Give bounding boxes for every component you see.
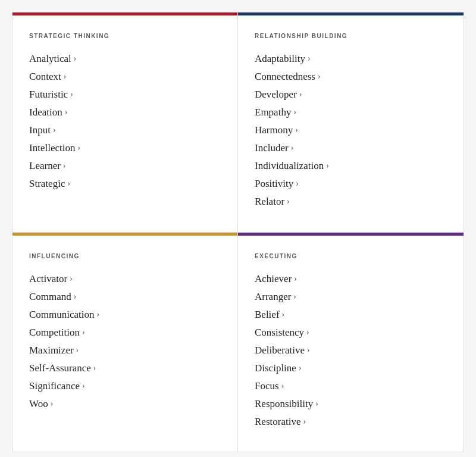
chevron-icon: › [70,274,73,284]
item-label: Belief [255,309,280,321]
list-item[interactable]: Command› [29,288,221,306]
chevron-icon: › [303,417,306,427]
list-item[interactable]: Competition› [29,324,221,342]
list-item[interactable]: Input› [29,121,221,139]
chevron-icon: › [82,381,85,391]
item-label: Woo [29,398,48,410]
chevron-icon: › [51,399,54,409]
category-label-influencing: Influencing [29,253,221,259]
chevron-icon: › [318,72,321,82]
item-list-strategic: Analytical›Context›Futuristic›Ideation›I… [29,50,221,193]
chevron-icon: › [296,179,299,189]
item-label: Strategic [29,178,65,190]
list-item[interactable]: Harmony› [255,121,447,139]
chevron-icon: › [70,90,73,99]
item-label: Context [29,71,61,83]
item-label: Positivity [255,178,293,190]
chevron-icon: › [281,381,284,391]
list-item[interactable]: Empathy› [255,104,447,121]
list-item[interactable]: Restorative› [255,413,447,431]
quadrant-influencing: InfluencingActivator›Command›Communicati… [12,233,238,452]
item-label: Arranger [255,291,291,303]
item-label: Developer [255,89,297,101]
list-item[interactable]: Relator› [255,193,447,211]
list-item[interactable]: Significance› [29,377,221,395]
chevron-icon: › [287,197,290,206]
chevron-icon: › [293,292,296,302]
item-label: Includer [255,142,289,154]
list-item[interactable]: Ideation› [29,104,221,121]
chevron-icon: › [82,328,85,337]
list-item[interactable]: Context› [29,68,221,86]
list-item[interactable]: Self-Assurance› [29,359,221,377]
chevron-icon: › [76,346,79,355]
chevron-icon: › [307,346,310,355]
chevron-icon: › [291,143,294,153]
item-label: Maximizer [29,345,74,356]
list-item[interactable]: Maximizer› [29,342,221,359]
list-item[interactable]: Futuristic› [29,86,221,104]
list-item[interactable]: Analytical› [29,50,221,68]
chevron-icon: › [53,126,56,135]
quadrant-strategic: Strategic ThinkingAnalytical›Context›Fut… [12,12,238,233]
category-label-executing: Executing [255,253,447,259]
list-item[interactable]: Arranger› [255,288,447,306]
chevron-icon: › [295,126,298,135]
list-item[interactable]: Connectedness› [255,68,447,86]
item-label: Communication [29,309,95,321]
chevron-icon: › [294,274,297,284]
list-item[interactable]: Discipline› [255,359,447,377]
chevron-icon: › [306,328,309,337]
chevron-icon: › [282,310,285,320]
chevron-icon: › [67,179,70,189]
item-label: Focus [255,380,279,392]
chevron-icon: › [97,310,100,320]
chevron-icon: › [77,143,80,153]
list-item[interactable]: Consistency› [255,324,447,342]
chevron-icon: › [308,54,311,64]
list-item[interactable]: Focus› [255,377,447,395]
item-label: Deliberative [255,345,305,356]
main-container: Strategic ThinkingAnalytical›Context›Fut… [12,12,464,452]
chevron-icon: › [64,72,67,82]
item-list-influencing: Activator›Command›Communication›Competit… [29,270,221,413]
list-item[interactable]: Developer› [255,86,447,104]
chevron-icon: › [315,399,318,409]
chevron-icon: › [299,90,302,99]
list-item[interactable]: Adaptability› [255,50,447,68]
item-label: Adaptability [255,53,305,65]
item-label: Command [29,291,71,303]
chevron-icon: › [63,161,66,171]
item-label: Learner [29,160,61,172]
list-item[interactable]: Activator› [29,270,221,288]
list-item[interactable]: Positivity› [255,175,447,193]
item-label: Input [29,124,51,136]
item-label: Competition [29,327,80,339]
quadrant-executing: ExecutingAchiever›Arranger›Belief›Consis… [238,233,464,452]
list-item[interactable]: Responsibility› [255,395,447,413]
item-label: Analytical [29,53,71,65]
list-item[interactable]: Intellection› [29,139,221,157]
list-item[interactable]: Learner› [29,157,221,175]
list-item[interactable]: Deliberative› [255,342,447,359]
category-label-strategic: Strategic Thinking [29,33,221,39]
item-label: Harmony [255,124,293,136]
list-item[interactable]: Communication› [29,306,221,324]
item-label: Consistency [255,327,304,339]
chevron-icon: › [74,54,77,64]
chevron-icon: › [293,108,296,117]
item-label: Restorative [255,416,300,428]
list-item[interactable]: Belief› [255,306,447,324]
item-label: Achiever [255,273,292,285]
item-label: Individualization [255,160,324,172]
list-item[interactable]: Strategic› [29,175,221,193]
item-label: Significance [29,380,80,392]
list-item[interactable]: Individualization› [255,157,447,175]
item-label: Empathy [255,107,291,118]
list-item[interactable]: Includer› [255,139,447,157]
item-label: Responsibility [255,398,313,410]
item-label: Relator [255,196,284,208]
quadrant-relationship: Relationship BuildingAdaptability›Connec… [238,12,464,233]
list-item[interactable]: Woo› [29,395,221,413]
list-item[interactable]: Achiever› [255,270,447,288]
